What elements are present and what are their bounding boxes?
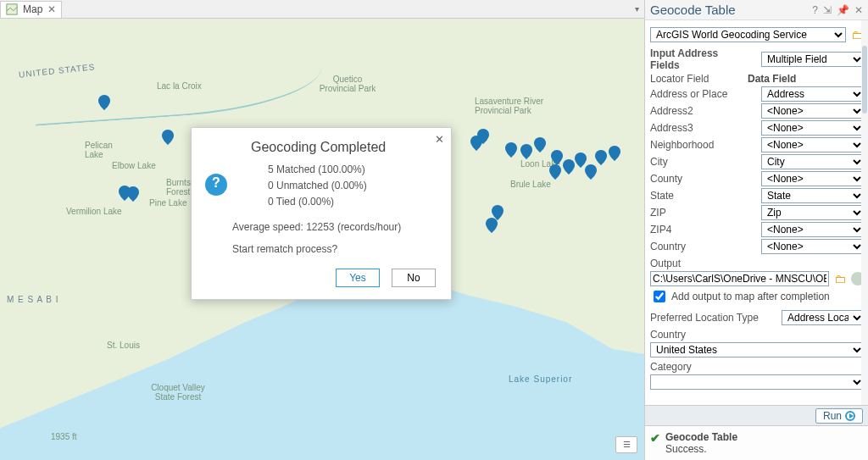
map-label-mesabi: M E S A B I <box>7 295 59 304</box>
dialog-close-icon[interactable]: ✕ <box>435 133 444 146</box>
checkmark-icon: ✔ <box>650 431 660 445</box>
field-select[interactable]: Address <box>761 86 865 102</box>
scrollbar[interactable] <box>861 20 868 405</box>
yes-button[interactable]: Yes <box>336 269 380 287</box>
field-select[interactable]: State <box>761 188 865 203</box>
tab-map[interactable]: Map ✕ <box>0 1 62 18</box>
geocoding-completed-dialog: ✕ Geocoding Completed 5 Matched (100.00%… <box>191 127 452 300</box>
close-icon[interactable]: ✕ <box>854 4 863 16</box>
map-label-quetico: Quetico Provincial Park <box>314 75 381 93</box>
preferred-location-type-label: Preferred Location Type <box>650 312 769 324</box>
run-label: Run <box>823 410 842 422</box>
map-pin[interactable] <box>609 146 620 161</box>
field-label: Address2 <box>650 105 748 117</box>
dialog-matched: 5 Matched (100.00%) <box>268 162 434 178</box>
map-label-brule: Brule Lake <box>510 180 551 189</box>
field-label: Address3 <box>650 122 748 134</box>
field-select[interactable]: <None> <box>761 103 865 119</box>
data-field-label: Data Field <box>748 73 796 85</box>
map-pin[interactable] <box>520 144 532 159</box>
attribution-button[interactable]: ☰ <box>615 436 637 453</box>
map-label-nipigon: 1935 ft <box>51 432 77 441</box>
dialog-speed: Average speed: 12253 (records/hour) <box>192 214 451 236</box>
input-address-fields-select[interactable]: Multiple Field <box>761 52 865 67</box>
map-pin[interactable] <box>492 205 504 220</box>
status-message: Success. <box>665 443 737 455</box>
map-label-laclacroix: Lac la Croix <box>157 81 202 91</box>
no-button[interactable]: No <box>392 269 436 287</box>
add-to-map-check-input[interactable] <box>654 291 665 302</box>
category-label: Category <box>650 361 865 373</box>
category-select[interactable] <box>650 374 865 390</box>
close-icon[interactable]: ✕ <box>47 3 56 15</box>
output-label: Output <box>650 258 865 269</box>
pin-icon[interactable]: 📌 <box>837 4 849 16</box>
output-path-input[interactable] <box>650 271 829 286</box>
tab-bar: Map ✕ ▾ <box>0 0 644 19</box>
field-select[interactable]: <None> <box>761 171 865 186</box>
add-to-map-label: Add output to map after completion <box>671 291 830 302</box>
field-select[interactable]: <None> <box>761 222 865 237</box>
dialog-title: Geocoding Completed <box>192 128 451 160</box>
help-icon[interactable]: ? <box>812 4 818 16</box>
add-to-map-checkbox[interactable]: Add output to map after completion <box>650 288 865 305</box>
tab-label: Map <box>23 3 42 15</box>
status-title: Geocode Table <box>665 431 737 443</box>
field-label: ZIP4 <box>650 224 748 236</box>
map-canvas[interactable]: UNITED STATES Lac la Croix Lake Superior… <box>0 19 644 460</box>
field-select[interactable]: <None> <box>761 120 865 136</box>
map-pin[interactable] <box>551 150 563 165</box>
map-pin[interactable] <box>595 150 607 165</box>
geocode-table-panel: Geocode Table ? ⇲ 📌 ✕ ArcGIS World Geoco… <box>644 0 868 460</box>
map-pin[interactable] <box>162 130 174 145</box>
preferred-location-type-select[interactable]: Address Location <box>782 310 865 325</box>
field-select[interactable]: <None> <box>761 239 865 254</box>
play-icon <box>845 411 855 421</box>
run-button[interactable]: Run <box>815 408 863 424</box>
tab-dropdown-icon[interactable]: ▾ <box>635 4 639 14</box>
map-label-cloquet: Cloquet Valley State Forest <box>144 383 212 402</box>
map-pin[interactable] <box>98 95 110 110</box>
dialog-tied: 0 Tied (0.00%) <box>268 194 434 210</box>
map-pin[interactable] <box>477 129 489 144</box>
map-pin[interactable] <box>127 186 139 202</box>
question-icon <box>205 174 227 196</box>
field-label: Country <box>650 241 748 252</box>
field-label: Neighborhood <box>650 139 748 151</box>
autohide-icon[interactable]: ⇲ <box>823 4 832 16</box>
map-label-vermilion: Vermilion Lake <box>66 207 122 216</box>
field-select[interactable]: Zip <box>761 205 865 220</box>
status-bar: ✔ Geocode Table Success. <box>645 425 868 460</box>
field-select[interactable]: City <box>761 154 865 169</box>
map-pin[interactable] <box>534 137 546 152</box>
field-label: State <box>650 190 748 202</box>
field-label: ZIP <box>650 207 748 219</box>
country-label: Country <box>650 329 865 341</box>
map-pin[interactable] <box>585 164 597 180</box>
folder-icon[interactable]: 🗀 <box>832 271 848 286</box>
field-label: City <box>650 156 748 168</box>
country-select[interactable]: United States <box>650 342 865 357</box>
map-pin[interactable] <box>549 164 561 180</box>
panel-title: Geocode Table <box>650 3 736 17</box>
field-select[interactable]: <None> <box>761 137 865 152</box>
input-address-fields-label: Input Address Fields <box>650 47 748 71</box>
map-pin[interactable] <box>563 159 575 175</box>
locator-service-select[interactable]: ArcGIS World Geocoding Service <box>650 27 846 42</box>
dialog-prompt: Start rematch process? <box>192 236 451 265</box>
map-label-elbow: Elbow Lake <box>112 161 156 170</box>
field-label: Address or Place <box>650 88 748 100</box>
locator-field-label: Locator Field <box>650 73 748 85</box>
map-label-superior: Lake Superior <box>509 374 572 384</box>
map-label-stlouis: St. Louis <box>107 341 140 350</box>
dialog-unmatched: 0 Unmatched (0.00%) <box>268 178 434 194</box>
map-label-lasaventure: Lasaventure River Provincial Park <box>475 97 551 115</box>
map-pin[interactable] <box>505 142 517 158</box>
map-icon <box>6 3 18 15</box>
map-label-pelican: Pelican Lake <box>85 141 127 159</box>
map-label-pine: Pine Lake <box>149 198 186 208</box>
field-label: County <box>650 173 748 185</box>
